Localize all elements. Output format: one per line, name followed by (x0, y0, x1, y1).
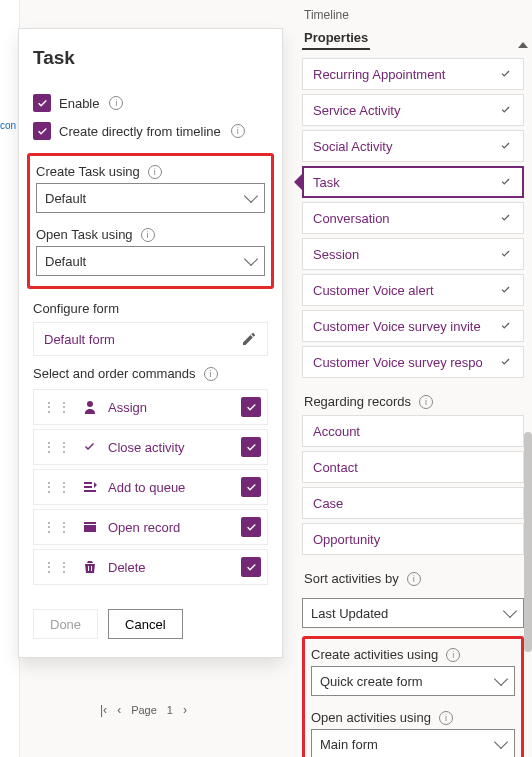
regarding-record-item[interactable]: Opportunity (302, 523, 524, 555)
open-icon (82, 519, 98, 535)
activity-type-label: Service Activity (313, 103, 400, 118)
check-icon (499, 175, 513, 189)
properties-panel: Timeline Properties Recurring Appointmen… (296, 0, 532, 757)
command-label: Add to queue (108, 480, 231, 495)
info-icon[interactable]: i (231, 124, 245, 138)
task-config-panel: Task Enable i Create directly from timel… (18, 28, 283, 658)
command-checkbox[interactable] (241, 397, 261, 417)
activity-type-label: Recurring Appointment (313, 67, 445, 82)
create-task-using-select[interactable]: Default (36, 183, 265, 213)
create-from-timeline-label: Create directly from timeline (59, 124, 221, 139)
pager-first-icon[interactable]: |‹ (100, 703, 107, 717)
drag-handle-icon[interactable]: ⋮⋮ (42, 399, 72, 415)
command-item[interactable]: ⋮⋮Open record (33, 509, 268, 545)
pager-next-icon[interactable]: › (183, 703, 187, 717)
panel-title: Task (19, 47, 282, 89)
info-icon[interactable]: i (204, 367, 218, 381)
regarding-record-item[interactable]: Account (302, 415, 524, 447)
checkbox-enable[interactable] (33, 94, 51, 112)
regarding-record-label: Contact (313, 460, 358, 475)
activity-type-item[interactable]: Task (302, 166, 524, 198)
trash-icon (82, 559, 98, 575)
command-checkbox[interactable] (241, 557, 261, 577)
info-icon[interactable]: i (446, 648, 460, 662)
enable-row[interactable]: Enable i (19, 89, 282, 117)
activity-type-item[interactable]: Service Activity (302, 94, 524, 126)
drag-handle-icon[interactable]: ⋮⋮ (42, 439, 72, 455)
underlying-link[interactable]: con (0, 120, 19, 131)
open-task-using-select[interactable]: Default (36, 246, 265, 276)
activity-type-label: Conversation (313, 211, 390, 226)
sort-activities-label: Sort activities by i (302, 555, 524, 592)
info-icon[interactable]: i (419, 395, 433, 409)
left-page-strip: con (0, 0, 20, 757)
check-icon (499, 283, 513, 297)
activity-type-label: Task (313, 175, 340, 190)
cancel-button[interactable]: Cancel (108, 609, 182, 639)
command-label: Open record (108, 520, 231, 535)
command-checkbox[interactable] (241, 517, 261, 537)
highlighted-task-forms: Create Task using i Default Open Task us… (27, 153, 274, 289)
commands-label: Select and order commands i (19, 356, 282, 385)
drag-handle-icon[interactable]: ⋮⋮ (42, 519, 72, 535)
activity-type-item[interactable]: Social Activity (302, 130, 524, 162)
regarding-record-item[interactable]: Contact (302, 451, 524, 483)
activity-type-label: Customer Voice alert (313, 283, 434, 298)
activity-type-item[interactable]: Customer Voice survey invite (302, 310, 524, 342)
pager: |‹ ‹ Page 1 › (100, 703, 187, 717)
regarding-record-label: Case (313, 496, 343, 511)
activity-type-label: Customer Voice survey invite (313, 319, 481, 334)
regarding-records-list: AccountContactCaseOpportunity (302, 415, 524, 555)
open-activities-using-label: Open activities using i (311, 706, 515, 729)
chevron-down-icon (503, 604, 517, 618)
configure-form-row[interactable]: Default form (33, 322, 268, 356)
pager-page-label: Page (131, 704, 157, 716)
create-activities-using-label: Create activities using i (311, 643, 515, 666)
activity-type-item[interactable]: Customer Voice survey respo (302, 346, 524, 378)
done-button: Done (33, 609, 98, 639)
info-icon[interactable]: i (109, 96, 123, 110)
queue-icon (82, 479, 98, 495)
activity-type-item[interactable]: Recurring Appointment (302, 58, 524, 90)
create-activities-using-select[interactable]: Quick create form (311, 666, 515, 696)
vertical-scrollbar[interactable] (524, 432, 532, 652)
command-checkbox[interactable] (241, 477, 261, 497)
check-icon (499, 211, 513, 225)
tab-timeline[interactable]: Timeline (302, 6, 524, 24)
info-icon[interactable]: i (141, 228, 155, 242)
sort-activities-select[interactable]: Last Updated (302, 598, 524, 628)
command-item[interactable]: ⋮⋮Assign (33, 389, 268, 425)
check-icon (499, 355, 513, 369)
info-icon[interactable]: i (148, 165, 162, 179)
activity-type-item[interactable]: Session (302, 238, 524, 270)
activity-type-item[interactable]: Conversation (302, 202, 524, 234)
command-item[interactable]: ⋮⋮Close activity (33, 429, 268, 465)
command-item[interactable]: ⋮⋮Add to queue (33, 469, 268, 505)
activity-type-item[interactable]: Customer Voice alert (302, 274, 524, 306)
collapse-icon[interactable] (518, 42, 528, 48)
create-from-timeline-row[interactable]: Create directly from timeline i (19, 117, 282, 145)
drag-handle-icon[interactable]: ⋮⋮ (42, 479, 72, 495)
command-checkbox[interactable] (241, 437, 261, 457)
command-label: Assign (108, 400, 231, 415)
regarding-record-item[interactable]: Case (302, 487, 524, 519)
command-label: Close activity (108, 440, 231, 455)
command-label: Delete (108, 560, 231, 575)
activity-type-label: Customer Voice survey respo (313, 355, 483, 370)
checkbox-create-timeline[interactable] (33, 122, 51, 140)
tab-properties[interactable]: Properties (302, 24, 370, 50)
drag-handle-icon[interactable]: ⋮⋮ (42, 559, 72, 575)
activity-types-list: Recurring AppointmentService ActivitySoc… (302, 58, 524, 378)
info-icon[interactable]: i (439, 711, 453, 725)
pager-prev-icon[interactable]: ‹ (117, 703, 121, 717)
enable-label: Enable (59, 96, 99, 111)
regarding-records-label: Regarding records i (302, 378, 524, 415)
check-icon (499, 139, 513, 153)
panel-button-row: Done Cancel (19, 585, 282, 645)
chevron-down-icon (494, 735, 508, 749)
command-item[interactable]: ⋮⋮Delete (33, 549, 268, 585)
activity-type-label: Session (313, 247, 359, 262)
pencil-icon[interactable] (241, 331, 257, 347)
info-icon[interactable]: i (407, 572, 421, 586)
open-activities-using-select[interactable]: Main form (311, 729, 515, 757)
